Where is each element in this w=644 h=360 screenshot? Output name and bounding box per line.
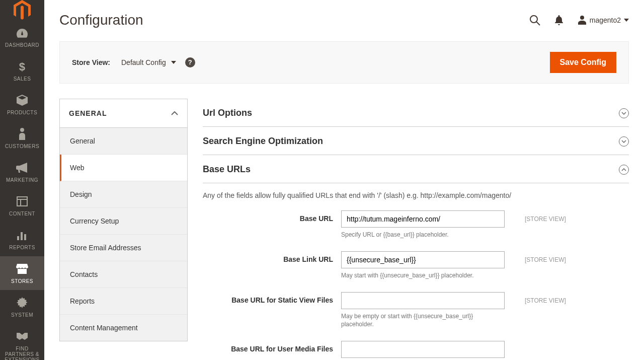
- gauge-icon: [16, 26, 29, 39]
- nav-label: CONTENT: [9, 211, 35, 217]
- config-tab-web[interactable]: Web: [60, 155, 187, 181]
- fieldset-title: Search Engine Optimization: [203, 136, 323, 147]
- nav-products[interactable]: PRODUCTS: [0, 88, 44, 121]
- field-note: Specify URL or {{base_url}} placeholder.: [341, 231, 505, 239]
- main-scroll-area[interactable]: Configuration magento2 Store View: Defau…: [44, 0, 644, 360]
- megaphone-icon: [16, 161, 28, 174]
- field-base-url-media: Base URL for User Media Files: [203, 341, 629, 358]
- caret-down-icon: [171, 61, 176, 64]
- chevron-up-icon: [171, 111, 178, 115]
- person-icon: [18, 127, 26, 140]
- svg-line-2: [536, 22, 540, 25]
- fieldset-description: Any of the fields allow fully qualified …: [203, 183, 629, 210]
- username: magento2: [590, 16, 621, 24]
- nav-label: CUSTOMERS: [5, 143, 39, 149]
- user-icon: [578, 16, 587, 25]
- gear-icon: [17, 296, 28, 309]
- field-scope: [STORE VIEW]: [505, 251, 566, 263]
- chevron-up-icon: [619, 165, 629, 175]
- bell-icon[interactable]: [554, 15, 564, 25]
- config-section-general[interactable]: GENERAL: [60, 99, 187, 128]
- nav-label: FIND PARTNERS & EXTENSIONS: [2, 346, 42, 360]
- field-note: May be empty or start with {{unsecure_ba…: [341, 312, 505, 329]
- box-icon: [16, 94, 28, 107]
- config-tab-store-email[interactable]: Store Email Addresses: [60, 235, 187, 261]
- svg-text:$: $: [19, 60, 26, 73]
- account-menu[interactable]: magento2: [578, 16, 629, 25]
- base-url-static-input[interactable]: [341, 292, 505, 309]
- svg-point-1: [530, 16, 537, 23]
- nav-label: DASHBOARD: [5, 42, 39, 48]
- nav-customers[interactable]: CUSTOMERS: [0, 121, 44, 155]
- magento-logo[interactable]: [0, 0, 44, 20]
- nav-label: PRODUCTS: [7, 110, 37, 115]
- config-section-label: GENERAL: [69, 109, 107, 117]
- store-scope-switcher[interactable]: Default Config: [121, 58, 176, 66]
- field-label: Base URL for User Media Files: [203, 341, 341, 353]
- fieldset-seo[interactable]: Search Engine Optimization: [203, 127, 629, 155]
- field-label: Base Link URL: [203, 251, 341, 263]
- config-nav: GENERAL General Web Design Currency Setu…: [59, 99, 188, 341]
- base-link-url-input[interactable]: [341, 251, 505, 268]
- nav-label: STORES: [11, 278, 33, 284]
- nav-system[interactable]: SYSTEM: [0, 290, 44, 324]
- field-note: May start with {{unsecure_base_url}} pla…: [341, 271, 505, 280]
- page-title: Configuration: [59, 12, 529, 28]
- chevron-down-icon: [619, 136, 629, 147]
- field-base-url-static: Base URL for Static View Files May be em…: [203, 292, 629, 329]
- fieldset-url-options[interactable]: Url Options: [203, 99, 629, 127]
- field-scope: [STORE VIEW]: [505, 210, 566, 223]
- page-header: Configuration magento2: [59, 0, 629, 28]
- layout-icon: [17, 195, 28, 208]
- chevron-down-icon: [619, 108, 629, 118]
- fieldset-title: Url Options: [203, 108, 252, 118]
- nav-label: SALES: [14, 76, 31, 82]
- search-icon[interactable]: [529, 15, 540, 26]
- store-scope-value: Default Config: [121, 58, 166, 66]
- caret-down-icon: [624, 19, 629, 22]
- store-view-label: Store View:: [72, 58, 110, 66]
- nav-stores[interactable]: STORES: [0, 256, 44, 290]
- nav-marketing[interactable]: MARKETING: [0, 155, 44, 189]
- config-tab-design[interactable]: Design: [60, 181, 187, 208]
- field-base-link-url: Base Link URL May start with {{unsecure_…: [203, 251, 629, 280]
- nav-label: REPORTS: [9, 245, 35, 250]
- nav-sales[interactable]: $ SALES: [0, 54, 44, 88]
- fieldset-base-urls[interactable]: Base URLs: [203, 155, 629, 183]
- config-tab-reports[interactable]: Reports: [60, 288, 187, 315]
- admin-left-nav: DASHBOARD $ SALES PRODUCTS CUSTOMERS MAR…: [0, 0, 44, 360]
- nav-label: MARKETING: [6, 177, 38, 183]
- store-view-bar: Store View: Default Config ? Save Config: [59, 41, 629, 84]
- save-config-button[interactable]: Save Config: [550, 52, 616, 73]
- help-icon[interactable]: ?: [185, 57, 195, 67]
- config-tab-contacts[interactable]: Contacts: [60, 261, 187, 288]
- nav-dashboard[interactable]: DASHBOARD: [0, 20, 44, 54]
- fieldset-title: Base URLs: [203, 164, 251, 175]
- field-label: Base URL: [203, 210, 341, 223]
- nav-reports[interactable]: REPORTS: [0, 223, 44, 256]
- dollar-icon: $: [19, 60, 26, 73]
- config-tab-content-mgmt[interactable]: Content Management: [60, 315, 187, 341]
- config-content: Url Options Search Engine Optimization B…: [203, 99, 629, 360]
- field-scope: [STORE VIEW]: [505, 292, 566, 304]
- config-tab-general[interactable]: General: [60, 128, 187, 155]
- field-base-url: Base URL Specify URL or {{base_url}} pla…: [203, 210, 629, 239]
- base-url-input[interactable]: [341, 210, 505, 228]
- config-tab-currency[interactable]: Currency Setup: [60, 208, 187, 235]
- field-label: Base URL for Static View Files: [203, 292, 341, 304]
- nav-label: SYSTEM: [11, 312, 33, 318]
- storefront-icon: [16, 262, 28, 275]
- handshake-icon: [16, 330, 29, 343]
- bar-chart-icon: [17, 229, 28, 242]
- nav-content[interactable]: CONTENT: [0, 189, 44, 223]
- base-url-media-input[interactable]: [341, 341, 505, 358]
- nav-find-partners[interactable]: FIND PARTNERS & EXTENSIONS: [0, 324, 44, 360]
